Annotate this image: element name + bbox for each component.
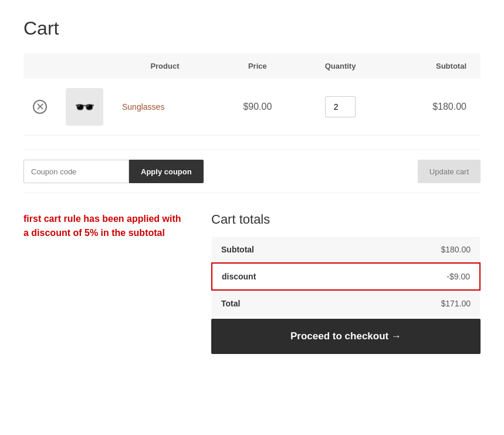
cart-notice: first cart rule has been applied with a … bbox=[23, 212, 188, 240]
product-subtotal: $180.00 bbox=[383, 79, 481, 136]
total-row: Total $171.00 bbox=[212, 290, 480, 316]
checkout-button[interactable]: Proceed to checkout → bbox=[211, 319, 481, 354]
discount-label: discount bbox=[212, 263, 333, 290]
discount-value: -$9.00 bbox=[333, 263, 480, 290]
col-header-price: Price bbox=[217, 53, 298, 79]
remove-item-button[interactable]: ✕ bbox=[33, 100, 47, 114]
table-row: ✕ 🕶️ Sunglasses $90.00 $180.00 bbox=[23, 79, 481, 136]
product-link[interactable]: Sunglasses bbox=[122, 102, 164, 112]
coupon-area: Apply coupon bbox=[23, 160, 204, 183]
cart-totals-title: Cart totals bbox=[211, 212, 481, 227]
totals-table: Subtotal $180.00 discount -$9.00 Total $… bbox=[211, 237, 481, 316]
bottom-section: first cart rule has been applied with a … bbox=[23, 212, 481, 354]
coupon-row: Apply coupon Update cart bbox=[23, 150, 481, 193]
page-title: Cart bbox=[23, 18, 481, 39]
update-cart-button[interactable]: Update cart bbox=[418, 160, 481, 183]
subtotal-row: Subtotal $180.00 bbox=[212, 237, 480, 263]
quantity-input[interactable] bbox=[325, 96, 356, 117]
col-header-subtotal: Subtotal bbox=[383, 53, 481, 79]
subtotal-label: Subtotal bbox=[212, 237, 333, 263]
col-header-product: Product bbox=[113, 53, 217, 79]
discount-row: discount -$9.00 bbox=[212, 263, 480, 290]
subtotal-value: $180.00 bbox=[333, 237, 480, 263]
cart-totals: Cart totals Subtotal $180.00 discount -$… bbox=[211, 212, 481, 354]
cart-table: Product Price Quantity Subtotal ✕ 🕶️ Sun… bbox=[23, 53, 481, 136]
coupon-input[interactable] bbox=[23, 160, 129, 183]
apply-coupon-button[interactable]: Apply coupon bbox=[129, 160, 204, 183]
product-image: 🕶️ bbox=[66, 88, 103, 126]
product-price: $90.00 bbox=[217, 79, 298, 136]
total-value: $171.00 bbox=[333, 290, 480, 316]
total-label: Total bbox=[212, 290, 333, 316]
col-header-quantity: Quantity bbox=[298, 53, 383, 79]
